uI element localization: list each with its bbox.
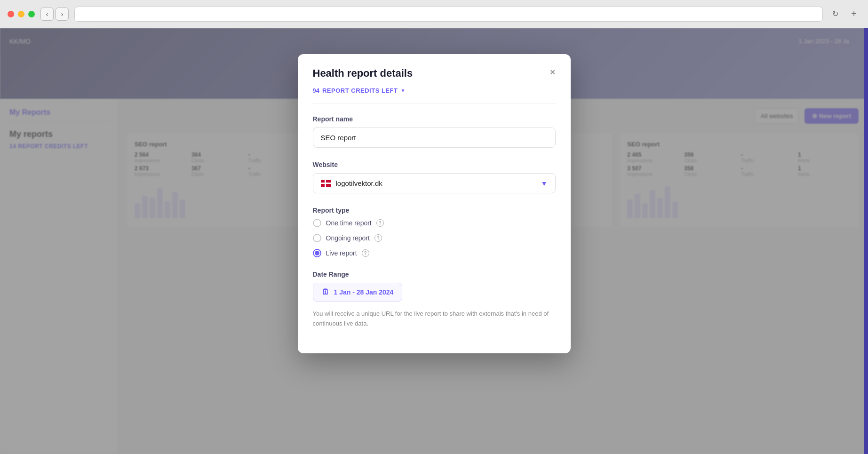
report-type-options: One time report ? Ongoing report ? bbox=[313, 219, 556, 257]
health-report-modal: Health report details × 94 REPORT CREDIT… bbox=[298, 54, 571, 353]
credits-label: REPORT CREDITS LEFT bbox=[322, 87, 398, 94]
denmark-flag-icon bbox=[321, 180, 331, 187]
date-range-value: 1 Jan - 28 Jan 2024 bbox=[334, 288, 394, 296]
credits-chevron-icon[interactable]: ▼ bbox=[400, 88, 405, 93]
app-background: KK/MO 1 Jan 2023 - 28 Ja My Reports My r… bbox=[0, 28, 868, 454]
website-label: Website bbox=[313, 161, 556, 168]
website-field-group: Website logotilvektor.dk ▼ bbox=[313, 161, 556, 193]
date-range-label: Date Range bbox=[313, 271, 556, 278]
website-chevron-icon: ▼ bbox=[541, 180, 548, 187]
reload-button[interactable]: ↻ bbox=[828, 8, 842, 21]
date-range-button[interactable]: 🗓 1 Jan - 28 Jan 2024 bbox=[313, 283, 403, 302]
calendar-icon: 🗓 bbox=[322, 288, 329, 296]
minimize-traffic-light[interactable] bbox=[18, 11, 24, 17]
new-tab-button[interactable]: + bbox=[847, 8, 860, 21]
back-button[interactable]: ‹ bbox=[40, 8, 54, 21]
one-time-radio[interactable] bbox=[313, 219, 321, 227]
ongoing-label: Ongoing report bbox=[326, 234, 370, 242]
ongoing-radio[interactable] bbox=[313, 234, 321, 242]
one-time-help-icon[interactable]: ? bbox=[376, 219, 384, 227]
ongoing-help-icon[interactable]: ? bbox=[374, 234, 382, 242]
date-range-field-group: Date Range 🗓 1 Jan - 28 Jan 2024 You wil… bbox=[313, 271, 556, 329]
report-type-label: Report type bbox=[313, 207, 556, 214]
website-value: logotilvektor.dk bbox=[336, 179, 382, 187]
traffic-lights bbox=[8, 11, 35, 17]
fullscreen-traffic-light[interactable] bbox=[28, 11, 35, 17]
close-traffic-light[interactable] bbox=[8, 11, 14, 17]
report-name-input[interactable] bbox=[313, 127, 556, 148]
modal-body: Report name Website logotilvektor.dk ▼ R… bbox=[298, 104, 571, 353]
one-time-report-option[interactable]: One time report ? bbox=[313, 219, 556, 227]
credits-row: 94 REPORT CREDITS LEFT ▼ bbox=[298, 87, 571, 104]
live-radio[interactable] bbox=[313, 249, 321, 257]
live-label: Live report bbox=[326, 249, 357, 257]
website-select[interactable]: logotilvektor.dk ▼ bbox=[313, 173, 556, 193]
nav-buttons: ‹ › bbox=[40, 8, 69, 21]
credits-count: 94 bbox=[313, 87, 319, 94]
modal-close-button[interactable]: × bbox=[546, 65, 559, 79]
modal-title: Health report details bbox=[313, 67, 556, 80]
live-report-option[interactable]: Live report ? bbox=[313, 249, 556, 257]
ongoing-report-option[interactable]: Ongoing report ? bbox=[313, 234, 556, 242]
one-time-label: One time report bbox=[326, 219, 372, 227]
live-help-icon[interactable]: ? bbox=[362, 249, 369, 257]
modal-header: Health report details × bbox=[298, 54, 571, 87]
report-type-field-group: Report type One time report ? Ongoing re… bbox=[313, 207, 556, 257]
forward-button[interactable]: › bbox=[56, 8, 69, 21]
live-radio-inner bbox=[315, 251, 319, 255]
website-select-left: logotilvektor.dk bbox=[321, 179, 382, 187]
live-report-info-text: You will receive a unique URL for the li… bbox=[313, 309, 556, 329]
browser-chrome: ‹ › ↻ + bbox=[0, 0, 868, 28]
address-bar[interactable] bbox=[74, 7, 823, 22]
report-name-label: Report name bbox=[313, 115, 556, 123]
report-name-field-group: Report name bbox=[313, 115, 556, 148]
